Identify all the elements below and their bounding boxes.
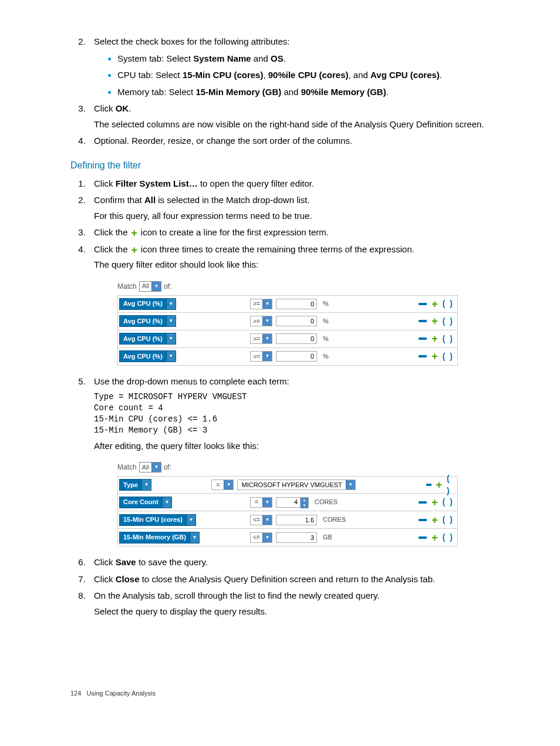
add-row-icon[interactable]: +	[431, 352, 438, 360]
attribute-select[interactable]: Core Count▼	[119, 497, 172, 508]
add-row-icon[interactable]: +	[431, 534, 438, 542]
chevron-down-icon[interactable]: ▼	[262, 316, 272, 326]
filter-editor-1: Match All ▼ of: Avg CPU (%)▼>=▼0%+( )Avg…	[117, 281, 458, 366]
chevron-down-icon[interactable]: ▼	[224, 480, 233, 490]
group-icon[interactable]: ( )	[443, 298, 454, 310]
step-3: Click OK. The selected columns are now v…	[88, 102, 501, 131]
match-select[interactable]: All ▼	[139, 281, 161, 292]
chevron-down-icon[interactable]: ▼	[151, 282, 161, 291]
chevron-down-icon[interactable]: ▼	[262, 352, 272, 361]
bullet-cpu: CPU tab: Select 15-Min CPU (cores), 90%i…	[117, 69, 501, 82]
remove-row-icon[interactable]	[426, 484, 431, 486]
group-icon[interactable]: ( )	[443, 531, 454, 544]
group-icon[interactable]: ( )	[443, 333, 454, 345]
chevron-down-icon[interactable]: ▼	[262, 515, 272, 525]
row-actions: +( )	[419, 333, 454, 345]
group-icon[interactable]: ( )	[447, 472, 454, 497]
group-icon[interactable]: ( )	[443, 514, 454, 526]
group-icon[interactable]: ( )	[443, 350, 454, 363]
row-actions: +( )	[419, 496, 454, 508]
chevron-down-icon[interactable]: ▼	[262, 299, 272, 309]
remove-row-icon[interactable]	[419, 337, 427, 340]
chevron-down-icon[interactable]: ▼	[166, 351, 176, 362]
chevron-down-icon[interactable]: ▼	[141, 480, 151, 490]
chevron-down-icon[interactable]: ▼	[166, 299, 176, 309]
step-down-icon[interactable]: ▼	[301, 503, 308, 508]
attribute-select[interactable]: Avg CPU (%)▼	[119, 298, 176, 310]
chevron-down-icon[interactable]: ▼	[151, 463, 161, 472]
remove-row-icon[interactable]	[419, 303, 427, 305]
bullet-system: System tab: Select System Name and OS.	[117, 52, 501, 66]
chevron-down-icon[interactable]: ▼	[186, 515, 195, 525]
attribute-select[interactable]: Avg CPU (%)▼	[119, 315, 176, 327]
value-stepper[interactable]: 4▲▼	[276, 497, 309, 508]
value-input[interactable]: 1.6	[276, 515, 317, 525]
remove-row-icon[interactable]	[419, 536, 427, 539]
operator-select[interactable]: >=▼	[250, 299, 272, 309]
attribute-select[interactable]: Avg CPU (%)▼	[119, 333, 176, 345]
value-input[interactable]: 0	[276, 351, 317, 362]
add-row-icon[interactable]: +	[431, 498, 438, 507]
unit-label: %	[323, 334, 387, 344]
filter-row: 15-Min CPU (cores)▼<=▼1.6CORES+( )	[117, 511, 458, 529]
step-b2: Confirm that All is selected in the Matc…	[88, 194, 501, 222]
unit-label: CORES	[315, 497, 379, 507]
operator-select[interactable]: <=▼	[250, 532, 272, 543]
match-label: Match	[117, 281, 137, 292]
step-2-bullets: System tab: Select System Name and OS. C…	[94, 52, 501, 99]
match-label: Match	[117, 462, 137, 472]
page-footer: 124 Using Capacity Analysis	[70, 688, 501, 698]
operator-select[interactable]: <=▼	[250, 515, 272, 525]
value-input[interactable]: 3	[276, 532, 317, 543]
step-b8: On the Analysis tab, scroll through the …	[88, 589, 501, 618]
unit-label: %	[323, 299, 387, 309]
operator-select[interactable]: =▼	[250, 497, 272, 508]
chevron-down-icon[interactable]: ▼	[262, 498, 272, 507]
page-number: 124	[70, 690, 81, 697]
steps-b-list: Click Filter System List… to open the qu…	[70, 177, 501, 619]
operator-select[interactable]: >=▼	[250, 351, 272, 362]
filter-row: Avg CPU (%)▼>=▼0%+( )	[117, 348, 458, 366]
value-select[interactable]: MICROSOFT HYPERV VMGUEST▼	[237, 480, 355, 490]
attribute-select[interactable]: Type▼	[119, 479, 151, 491]
add-row-icon[interactable]: +	[431, 317, 438, 325]
step-up-icon[interactable]: ▲	[301, 498, 308, 503]
group-icon[interactable]: ( )	[443, 315, 454, 328]
add-row-icon[interactable]: +	[431, 335, 438, 343]
footer-title: Using Capacity Analysis	[87, 690, 156, 697]
step-b4: Click the + icon three times to create t…	[88, 243, 501, 366]
remove-row-icon[interactable]	[419, 320, 427, 322]
step-b2-para: For this query, all four expression term…	[94, 210, 501, 223]
attribute-select[interactable]: 15-Min Memory (GB)▼	[119, 532, 200, 544]
value-input[interactable]: 0	[276, 333, 317, 344]
add-row-icon[interactable]: +	[436, 481, 443, 489]
operator-select[interactable]: >=▼	[250, 316, 272, 326]
attribute-select[interactable]: Avg CPU (%)▼	[119, 350, 176, 362]
filter-row: Avg CPU (%)▼>=▼0%+( )	[117, 313, 458, 330]
remove-row-icon[interactable]	[419, 501, 427, 504]
match-select[interactable]: All ▼	[139, 462, 161, 472]
plus-icon: +	[130, 246, 139, 254]
chevron-down-icon[interactable]: ▼	[166, 333, 176, 344]
value-input[interactable]: 0	[276, 299, 317, 309]
step-b7: Click Close to close the Analysis Query …	[88, 573, 501, 586]
chevron-down-icon[interactable]: ▼	[162, 497, 171, 508]
remove-row-icon[interactable]	[419, 519, 427, 521]
chevron-down-icon[interactable]: ▼	[190, 532, 199, 543]
attribute-select[interactable]: 15-Min CPU (cores)▼	[119, 514, 196, 526]
value-input[interactable]: 0	[276, 316, 317, 326]
filter-editor-2: Match All ▼ of: Type▼=▼MICROSOFT HYPERV …	[117, 462, 458, 546]
operator-select[interactable]: =▼	[211, 480, 234, 490]
chevron-down-icon[interactable]: ▼	[166, 316, 176, 326]
add-row-icon[interactable]: +	[431, 300, 438, 308]
add-row-icon[interactable]: +	[431, 516, 438, 524]
bullet-memory: Memory tab: Select 15-Min Memory (GB) an…	[117, 86, 501, 99]
row-actions: +( )	[419, 315, 454, 328]
match-line: Match All ▼ of:	[117, 462, 458, 472]
chevron-down-icon[interactable]: ▼	[346, 480, 355, 490]
chevron-down-icon[interactable]: ▼	[262, 334, 272, 343]
remove-row-icon[interactable]	[419, 355, 427, 357]
chevron-down-icon[interactable]: ▼	[262, 533, 272, 542]
group-icon[interactable]: ( )	[443, 496, 454, 508]
operator-select[interactable]: >=▼	[250, 333, 272, 344]
